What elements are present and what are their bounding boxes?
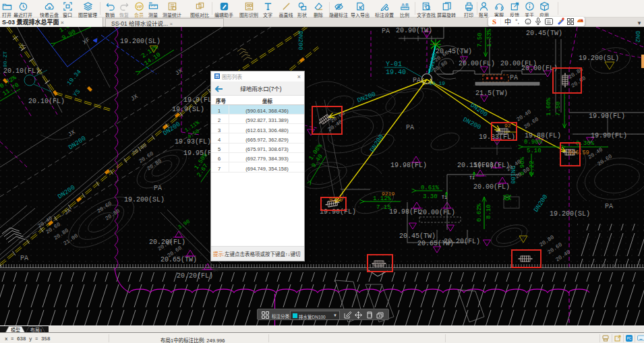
svg-text:20.20(FL): 20.20(FL) <box>444 238 480 245</box>
svg-text:20.10(FL): 20.10(FL) <box>28 98 65 105</box>
svg-text:19.200(SL): 19.200(SL) <box>579 55 619 62</box>
svg-text:PA: PA <box>406 124 414 131</box>
svg-text:PA: PA <box>154 185 162 192</box>
svg-text:20.00(FL): 20.00(FL) <box>419 209 455 216</box>
svg-text:20.65(TW): 20.65(TW) <box>160 256 197 263</box>
svg-text:20.20(FL): 20.20(FL) <box>177 272 213 280</box>
svg-text:VIP: VIP <box>136 4 142 9</box>
svg-text:19.200(SL): 19.200(SL) <box>550 210 590 218</box>
svg-text:19.9(FL: 19.9(FL <box>183 96 212 104</box>
svg-text:19.200(SL): 19.200(SL) <box>124 196 165 204</box>
svg-text:19.90(FL): 19.90(FL) <box>589 113 625 120</box>
svg-text:PA: PA <box>20 255 28 262</box>
svg-text:19.98(FL: 19.98(FL <box>389 208 421 216</box>
svg-text:DN2: DN2 <box>634 31 641 42</box>
svg-text:19.90(FL): 19.90(FL) <box>591 132 627 139</box>
svg-text:PA: PA <box>605 203 613 210</box>
svg-text:9229: 9229 <box>329 197 343 204</box>
svg-text:20.00(FL): 20.00(FL) <box>473 183 510 191</box>
svg-text:0.62%: 0.62% <box>476 203 483 222</box>
svg-text:Y-01: Y-01 <box>386 61 402 68</box>
svg-text:PA: PA <box>413 77 421 84</box>
svg-text:0.61%: 0.61% <box>421 185 440 191</box>
svg-text:926.59: 926.59 <box>568 150 589 156</box>
svg-text:19.98(FL): 19.98(FL) <box>473 162 510 169</box>
svg-text:00-ZT: 00-ZT <box>2 51 8 67</box>
svg-text:20.45(TW): 20.45(TW) <box>526 30 562 37</box>
svg-text:8.10: 8.10 <box>486 204 492 219</box>
svg-text:19.88(FL): 19.88(FL) <box>525 132 561 139</box>
svg-text:19.90(FL): 19.90(FL) <box>320 208 356 216</box>
svg-text:5.10: 5.10 <box>527 148 541 154</box>
svg-text:20.20(FL): 20.20(FL) <box>149 239 185 246</box>
svg-text:0.98%: 0.98% <box>524 139 543 146</box>
svg-text:10.19: 10.19 <box>429 80 445 86</box>
svg-text:20.00(FL): 20.00(FL) <box>459 60 495 67</box>
svg-text:PA: PA <box>510 74 518 82</box>
svg-text:A:B: A:B <box>401 1 408 7</box>
svg-text:7.50: 7.50 <box>555 101 562 116</box>
svg-text:PA: PA <box>382 28 390 35</box>
svg-text:1.33%: 1.33% <box>486 28 493 47</box>
svg-text:19.98(FL): 19.98(FL) <box>390 162 427 169</box>
svg-text:19.9(SL): 19.9(SL) <box>172 106 204 113</box>
svg-text:3.30: 3.30 <box>423 193 438 200</box>
svg-text:DN200: DN200 <box>297 31 304 51</box>
svg-text:21.5(TW): 21.5(TW) <box>475 90 508 97</box>
svg-text:7.50: 7.50 <box>477 32 484 47</box>
svg-text:19.40: 19.40 <box>386 69 406 76</box>
svg-text:92: 92 <box>504 123 511 129</box>
svg-text:9219: 9219 <box>382 191 394 197</box>
svg-text:20.10(FL): 20.10(FL) <box>3 67 40 75</box>
svg-text:1.60%: 1.60% <box>546 97 552 116</box>
svg-text:19.93(FL): 19.93(FL) <box>175 138 211 146</box>
svg-text:20.90(TW): 20.90(TW) <box>396 27 432 34</box>
svg-text:19.200(SL): 19.200(SL) <box>120 38 160 45</box>
svg-text:20.00(FL): 20.00(FL) <box>521 65 558 72</box>
svg-text:20.45(TW): 20.45(TW) <box>399 232 436 240</box>
svg-text:2.22: 2.22 <box>529 160 535 175</box>
